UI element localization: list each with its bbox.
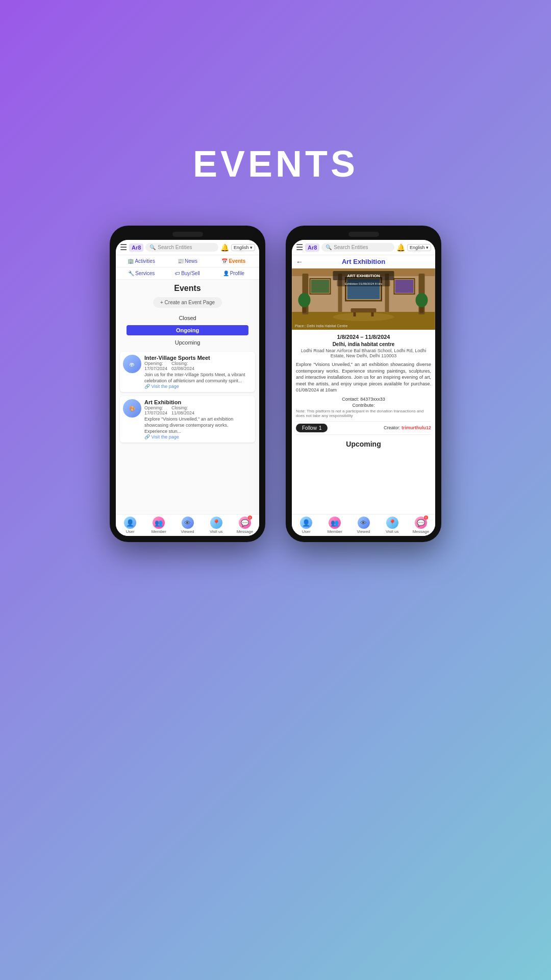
- svg-rect-19: [354, 312, 356, 316]
- event-name-art: Art Exhibition: [144, 399, 252, 405]
- phones-container: ☰ Ar8 🔍 Search Entities 🔔 English ▾ 🏢 Ac…: [110, 226, 441, 542]
- bell-icon-1[interactable]: 🔔: [220, 243, 229, 252]
- creator-link[interactable]: trimurthulu12: [402, 425, 431, 430]
- message-icon-1: 💬 0: [239, 517, 251, 529]
- bottom-nav-viewed-2[interactable]: 👁 Viewed: [349, 517, 378, 534]
- hamburger-icon-2[interactable]: ☰: [296, 242, 303, 252]
- message-icon-2: 💬 0: [415, 517, 427, 529]
- svg-rect-8: [311, 280, 330, 293]
- search-box-2[interactable]: 🔍 Search Entities: [321, 243, 394, 252]
- event-card-art: 🎨 Art Exhibition Opening: 17/07/2024 Clo…: [120, 396, 255, 443]
- navbar-2: ☰ Ar8 🔍 Search Entities 🔔 English ▾: [292, 240, 435, 255]
- events-icon: 📅: [221, 258, 228, 264]
- event-link-sports[interactable]: 🔗 Visit the page: [144, 384, 252, 389]
- user-icon-1: 👤: [124, 517, 136, 529]
- event-detail-title: Art Exhibition: [342, 258, 385, 265]
- search-box-1[interactable]: 🔍 Search Entities: [145, 243, 218, 252]
- event-desc-art: Explore "Visions Unveiled," an art exhib…: [144, 416, 252, 434]
- logo-2: Ar8: [305, 243, 319, 252]
- event-desc-sports: Join us for the Inter-Village Sports Mee…: [144, 372, 252, 384]
- logo-1: Ar8: [129, 243, 143, 252]
- tab-news[interactable]: 📰 News: [165, 257, 210, 265]
- user-icon-2: 👤: [300, 517, 312, 529]
- event-dates-art: Opening: 17/07/2024 Closing: 11/08/2024: [144, 405, 252, 415]
- bottom-nav-message-2[interactable]: 💬 0 Message: [407, 517, 435, 534]
- services-icon: 🔧: [128, 271, 134, 276]
- svg-rect-10: [395, 280, 414, 293]
- language-selector-1[interactable]: English ▾: [231, 244, 255, 251]
- back-button[interactable]: ←: [296, 258, 303, 266]
- svg-text:ART EXHIBITION: ART EXHIBITION: [347, 274, 380, 278]
- tab-buysell[interactable]: 🏷 Buy/Sell: [165, 269, 210, 278]
- tab-activities[interactable]: 🏢 Activities: [119, 257, 164, 265]
- member-icon-1: 👥: [153, 517, 165, 529]
- event-info-sports: Inter-Village Sports Meet Opening: 17/07…: [144, 355, 252, 389]
- viewed-icon-2: 👁: [358, 517, 370, 529]
- phone-screen-1: ☰ Ar8 🔍 Search Entities 🔔 English ▾ 🏢 Ac…: [116, 240, 259, 536]
- bottom-nav-1: 👤 User 👥 Member 👁 Viewed 📍 Visit us: [116, 514, 259, 536]
- viewed-icon-1: 👁: [182, 517, 194, 529]
- events-content: Events + Create an Event Page Closed Ong…: [116, 280, 259, 514]
- filter-ongoing[interactable]: Ongoing: [127, 325, 248, 335]
- language-selector-2[interactable]: English ▾: [407, 244, 431, 251]
- member-icon-2: 👥: [329, 517, 341, 529]
- page-title: EVENTS: [193, 143, 358, 185]
- event-avatar-art: 🎨: [123, 399, 141, 418]
- events-section-title: Events: [174, 284, 201, 293]
- event-info-art: Art Exhibition Opening: 17/07/2024 Closi…: [144, 399, 252, 439]
- filter-row: Closed Ongoing Upcoming: [120, 313, 255, 348]
- phone-notch-1: [172, 232, 203, 237]
- bottom-nav-member-1[interactable]: 👥 Member: [144, 517, 173, 534]
- filter-upcoming[interactable]: Upcoming: [127, 337, 248, 348]
- event-avatar-sports: 🏟: [123, 355, 141, 373]
- search-icon-2: 🔍: [325, 244, 332, 250]
- upcoming-label: Upcoming: [346, 440, 381, 448]
- svg-point-15: [416, 293, 428, 307]
- event-image: ART EXHIBITION Exhibition 01/09/2024 8 H…: [292, 268, 435, 330]
- creator-info: Creator: trimurthulu12: [384, 425, 431, 430]
- nav-tabs-row2: 🔧 Services 🏷 Buy/Sell 👤 Profile: [116, 267, 259, 280]
- svg-text:Exhibition  01/09/2024 8 Hrs: Exhibition 01/09/2024 8 Hrs: [345, 282, 383, 285]
- bottom-nav-viewed-1[interactable]: 👁 Viewed: [173, 517, 202, 534]
- follow-row: Follow 1 Creator: trimurthulu12: [296, 421, 431, 435]
- event-image-caption: Place:: Delhi India Habitat Centre: [295, 324, 348, 328]
- svg-point-17: [298, 293, 311, 307]
- event-detail-note: Note: This platform is not a participant…: [296, 409, 431, 418]
- event-dates-sports: Opening: 17/07/2024 Closing: 02/08/2024: [144, 361, 252, 371]
- visit-icon-1: 📍: [210, 517, 222, 529]
- svg-point-13: [333, 313, 394, 321]
- follow-button[interactable]: Follow 1: [296, 424, 328, 432]
- event-detail-venue: Delhi, india habitat centre: [333, 341, 395, 347]
- tab-services[interactable]: 🔧 Services: [119, 269, 164, 278]
- message-badge-2: 0: [424, 516, 428, 520]
- bottom-nav-user-1[interactable]: 👤 User: [116, 517, 144, 534]
- event-detail-desc: Explore "Visions Unveiled," an art exhib…: [296, 361, 431, 394]
- bottom-nav-2: 👤 User 👥 Member 👁 Viewed 📍 Visit us: [292, 514, 435, 536]
- navbar-1: ☰ Ar8 🔍 Search Entities 🔔 English ▾: [116, 240, 259, 255]
- event-detail-contact: Contact: 84373xxx33: [342, 397, 385, 402]
- nav-tabs-row1: 🏢 Activities 📰 News 📅 Events: [116, 255, 259, 267]
- bottom-nav-user-2[interactable]: 👤 User: [292, 517, 320, 534]
- bottom-nav-message-1[interactable]: 💬 0 Message: [231, 517, 259, 534]
- bottom-nav-visit-2[interactable]: 📍 Visit us: [378, 517, 407, 534]
- phone-2: ☰ Ar8 🔍 Search Entities 🔔 English ▾ ← Ar…: [286, 226, 441, 542]
- event-link-art[interactable]: 🔗 Visit the page: [144, 434, 252, 439]
- event-detail-content: 1/8/2024 – 11/8/2024 Delhi, india habita…: [292, 330, 435, 514]
- tab-events[interactable]: 📅 Events: [211, 257, 256, 265]
- tab-profile[interactable]: 👤 Profile: [211, 269, 256, 278]
- activities-icon: 🏢: [128, 258, 134, 264]
- search-placeholder-1: Search Entities: [158, 244, 192, 250]
- create-event-button[interactable]: + Create an Event Page: [153, 297, 222, 308]
- bottom-nav-member-2[interactable]: 👥 Member: [320, 517, 349, 534]
- phone-notch-2: [348, 232, 379, 237]
- hamburger-icon-1[interactable]: ☰: [120, 242, 127, 252]
- event-card-sports: 🏟 Inter-Village Sports Meet Opening: 17/…: [120, 352, 255, 392]
- visit-icon-2: 📍: [386, 517, 398, 529]
- event-detail-contribute: Contribute:: [352, 403, 374, 408]
- news-icon: 📰: [178, 258, 184, 264]
- bell-icon-2[interactable]: 🔔: [396, 243, 405, 252]
- search-icon-1: 🔍: [149, 244, 156, 250]
- svg-rect-18: [351, 308, 377, 312]
- bottom-nav-visit-1[interactable]: 📍 Visit us: [202, 517, 231, 534]
- filter-closed[interactable]: Closed: [127, 313, 248, 323]
